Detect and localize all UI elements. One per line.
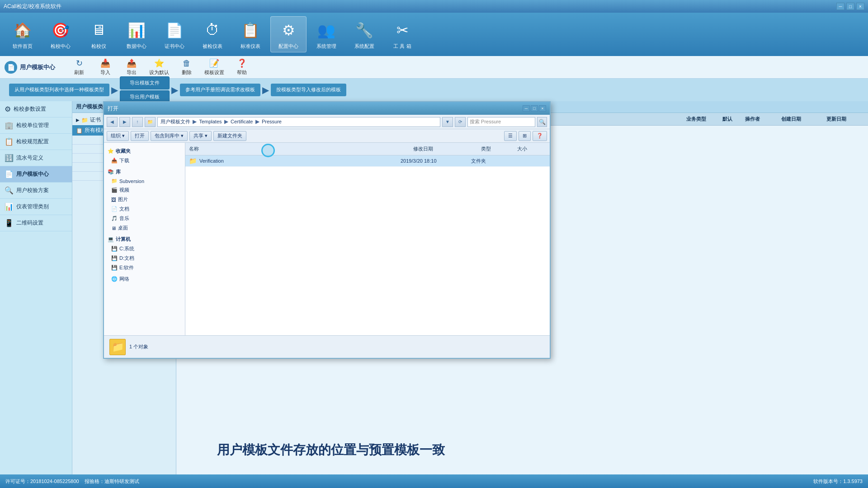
- nav-config[interactable]: ⚙ 配置中心: [270, 16, 307, 52]
- up-btn[interactable]: ↑: [132, 117, 143, 127]
- d-drive-item[interactable]: 💾 D:文档: [104, 253, 185, 263]
- dialog-body: ⭐ 收藏夹 📥 下载 📚 库 📁 Subversion 🎬: [104, 143, 550, 335]
- e-drive-item[interactable]: 💾 E:软件: [104, 263, 185, 272]
- top-nav: 🏠 软件首页 🎯 检校中心 🖥 检校仪 📊 数据中心 📄 证书中心 ⏱ 被检仪表…: [0, 13, 868, 56]
- c-drive-icon: 💾: [111, 246, 118, 252]
- back-btn[interactable]: ◀: [107, 117, 118, 127]
- standard-icon: 📋: [240, 19, 261, 41]
- file-row-verification[interactable]: 📁 Verification 2019/3/20 18:10 文件夹: [185, 155, 550, 167]
- user-calibrate-icon: 🔍: [5, 186, 14, 195]
- sidebar-qr-code[interactable]: 📱 二维码设置: [0, 215, 72, 231]
- file-open-dialog: 打开 ─ □ × ◀ ▶ ↑ 📁 用户模板文件 ▶ Templates ▶ Ce…: [103, 101, 551, 359]
- status-verifier-text: 报验格：迪斯特研发测试: [85, 479, 139, 484]
- nav-certificate[interactable]: 📄 证书中心: [156, 16, 193, 52]
- col-update-date: 更新日期: [823, 115, 868, 123]
- breadcrumb-part2: Templates: [199, 119, 222, 124]
- nav-calibrate-instrument[interactable]: ⏱ 被检仪表: [194, 16, 231, 52]
- document-item[interactable]: 📄 文档: [104, 204, 185, 214]
- dialog-filelist: 名称 修改日期 类型 大小 📁 Verification 2019/3/20 1…: [185, 143, 550, 335]
- search-btn[interactable]: 🔍: [537, 117, 547, 127]
- nav-system-manage[interactable]: 👥 系统管理: [308, 16, 344, 52]
- refresh-label: 刷新: [74, 69, 84, 76]
- organize-btn[interactable]: 组织 ▾: [107, 131, 129, 141]
- system-config-icon: 🔧: [354, 19, 375, 41]
- sidebar-calibrate-unit[interactable]: 🏢 检校单位管理: [0, 117, 72, 134]
- nav-database[interactable]: 📊 数据中心: [118, 16, 155, 52]
- title-controls: ─ □ ×: [836, 3, 864, 10]
- image-item[interactable]: 🖼 图片: [104, 195, 185, 204]
- refresh-btn[interactable]: ↻ 刷新: [68, 58, 90, 77]
- import-btn[interactable]: 📥 导入: [94, 58, 117, 77]
- sidebar-calibrate-params[interactable]: ⚙ 检校参数设置: [0, 101, 72, 117]
- template-settings-btn[interactable]: 📝 模板设置: [202, 58, 227, 77]
- desktop-item[interactable]: 🖥 桌面: [104, 223, 185, 233]
- music-item[interactable]: 🎵 音乐: [104, 214, 185, 223]
- nav-calibrate-center[interactable]: 🎯 检校中心: [42, 16, 79, 52]
- nav-system-config-label: 系统配置: [354, 43, 374, 50]
- nav-standard[interactable]: 📋 标准仪表: [232, 16, 269, 52]
- nav-system-config[interactable]: 🔧 系统配置: [346, 16, 382, 52]
- include-library-label: 包含到库中 ▾: [155, 132, 184, 139]
- database-icon: 📊: [126, 19, 147, 41]
- breadcrumb-part3: Certificate: [231, 119, 253, 124]
- open-label: 打开: [135, 132, 145, 139]
- refresh-icon: ↻: [76, 58, 83, 68]
- music-label: 音乐: [119, 215, 129, 222]
- caption-content: 用户模板文件存放的位置与预置模板一致: [217, 443, 445, 457]
- view-details-btn[interactable]: ⊞: [519, 131, 531, 141]
- sidebar-calibrate-params-label: 检校参数设置: [14, 105, 46, 113]
- export-label: 导出: [127, 69, 137, 76]
- workflow-step1: 从用户模板类型列表中选择一种模板类型: [9, 84, 109, 96]
- share-btn[interactable]: 共享 ▾: [189, 131, 212, 141]
- sub-toolbar: 📄 用户模板中心 ↻ 刷新 📥 导入 📤 导出 ⭐ 设为默认 🗑 删除 📝 模板…: [0, 56, 868, 79]
- downloads-label: 下载: [119, 157, 129, 164]
- status-license: 许可证号：20181024-085225800 报验格：迪斯特研发测试: [5, 478, 139, 485]
- export-btn[interactable]: 📤 导出: [120, 58, 143, 77]
- dialog-close-btn[interactable]: ×: [539, 105, 546, 112]
- refresh-path-btn[interactable]: ⟳: [455, 117, 466, 127]
- help-dialog-btn[interactable]: ❓: [533, 131, 547, 141]
- network-item[interactable]: 🌐 网络: [104, 274, 185, 284]
- sidebar-instrument-mgmt[interactable]: 📊 仪表管理类别: [0, 199, 72, 215]
- path-dropdown-btn[interactable]: ▼: [442, 117, 453, 127]
- delete-btn[interactable]: 🗑 删除: [175, 58, 198, 77]
- minimize-btn[interactable]: ─: [836, 3, 844, 10]
- help-btn[interactable]: ❓ 帮助: [231, 58, 253, 77]
- c-drive-item[interactable]: 💾 C:系统: [104, 244, 185, 253]
- nav-tools[interactable]: ✂ 工 具 箱: [384, 16, 420, 52]
- computer-header: 💻 计算机: [104, 235, 185, 244]
- maximize-btn[interactable]: □: [846, 3, 854, 10]
- new-folder-btn[interactable]: 新建文件夹: [213, 131, 246, 141]
- video-item[interactable]: 🎬 视频: [104, 185, 185, 195]
- new-folder-label: 新建文件夹: [217, 132, 242, 139]
- dialog-maximize-btn[interactable]: □: [531, 105, 538, 112]
- library-label: 库: [116, 169, 121, 175]
- favorites-header: ⭐ 收藏夹: [104, 146, 185, 156]
- open-btn[interactable]: 打开: [131, 131, 149, 141]
- folder-icon-btn[interactable]: 📁: [145, 117, 156, 127]
- arrow1: ▶: [111, 84, 118, 95]
- sidebar-calibrate-rules[interactable]: 📋 检校规范配置: [0, 134, 72, 150]
- dialog-minimize-btn[interactable]: ─: [523, 105, 530, 112]
- close-btn[interactable]: ×: [856, 3, 864, 10]
- status-bar: 许可证号：20181024-085225800 报验格：迪斯特研发测试 软件版本…: [0, 474, 868, 488]
- address-path[interactable]: 用户模板文件 ▶ Templates ▶ Certificate ▶ Press…: [157, 117, 440, 127]
- file-name: Verification: [199, 158, 398, 164]
- template-settings-label: 模板设置: [204, 69, 224, 76]
- view-list-btn[interactable]: ☰: [504, 131, 517, 141]
- include-library-btn[interactable]: 包含到库中 ▾: [151, 131, 188, 141]
- set-default-btn[interactable]: ⭐ 设为默认: [146, 58, 172, 77]
- sidebar-user-template[interactable]: 📄 用户模板中心: [0, 166, 72, 183]
- downloads-item[interactable]: 📥 下载: [104, 156, 185, 165]
- forward-btn[interactable]: ▶: [119, 117, 130, 127]
- search-box[interactable]: 搜索 Pressure: [467, 117, 535, 127]
- nav-experiment[interactable]: 🖥 检校仪: [80, 16, 117, 52]
- nav-home[interactable]: 🏠 软件首页: [5, 16, 41, 52]
- favorites-label: 收藏夹: [116, 148, 131, 155]
- subversion-item[interactable]: 📁 Subversion: [104, 177, 185, 185]
- c-drive-label: C:系统: [119, 245, 134, 252]
- sidebar-flow-number[interactable]: 🔢 流水号定义: [0, 150, 72, 166]
- sidebar-user-calibrate[interactable]: 🔍 用户校验方案: [0, 183, 72, 199]
- folder-file-icon: 📁: [189, 157, 197, 164]
- col-default: 默认: [719, 115, 741, 123]
